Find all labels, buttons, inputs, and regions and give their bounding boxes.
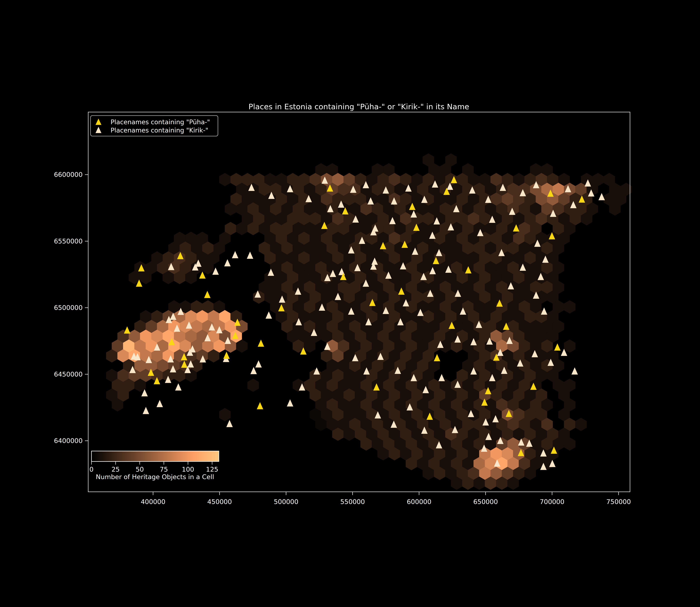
figure: Places in Estonia containing "Püha-" or … (0, 0, 700, 607)
colorbar-bar (91, 451, 219, 461)
kirik-marker-icon (175, 383, 181, 391)
svg-text:100: 100 (182, 466, 194, 473)
svg-text:6600000: 6600000 (54, 171, 83, 179)
svg-text:600000: 600000 (407, 498, 431, 505)
hexbin-cell (564, 340, 575, 353)
kirik-marker-icon (438, 374, 445, 381)
kirik-marker-icon (265, 311, 272, 319)
puha-marker-icon (434, 354, 440, 361)
puha-marker-icon (223, 352, 229, 359)
svg-text:750000: 750000 (606, 498, 631, 505)
puha-marker-icon (199, 271, 206, 278)
svg-text:25: 25 (112, 466, 120, 473)
kirik-marker-icon (232, 251, 238, 258)
kirik-marker-icon (226, 420, 233, 427)
colorbar-label: Number of Heritage Objects in a Cell (96, 473, 214, 481)
svg-text:700000: 700000 (540, 498, 564, 505)
kirik-marker-icon (250, 367, 257, 374)
colorbar: 0255075100125 Number of Heritage Objects… (89, 451, 219, 481)
svg-text:50: 50 (136, 466, 144, 473)
kirik-marker-icon (571, 367, 578, 375)
legend: Placenames containing "Püha-" Placenames… (90, 116, 218, 136)
hexbin-cell (564, 300, 575, 313)
puha-marker-icon (204, 291, 211, 298)
colorbar-ticks: 0255075100125 (89, 461, 218, 473)
puha-marker-icon (257, 402, 263, 409)
puha-marker-icon (124, 327, 130, 334)
svg-text:6500000: 6500000 (54, 304, 83, 311)
svg-text:125: 125 (206, 466, 218, 473)
svg-text:6400000: 6400000 (54, 437, 83, 444)
svg-text:6550000: 6550000 (54, 237, 83, 245)
svg-text:0: 0 (89, 466, 93, 473)
svg-text:550000: 550000 (340, 498, 365, 505)
svg-text:6450000: 6450000 (54, 371, 83, 378)
hexbin-cell (219, 173, 231, 186)
svg-text:75: 75 (160, 466, 168, 473)
puha-marker-icon (258, 340, 264, 347)
kirik-marker-icon (287, 399, 293, 406)
hexbin-cell (247, 379, 259, 392)
svg-text:650000: 650000 (473, 498, 498, 505)
kirik-marker-icon (143, 407, 149, 414)
chart-title: Places in Estonia containing "Püha-" or … (248, 102, 469, 111)
kirik-marker-icon (247, 252, 253, 259)
kirik-marker-icon (255, 360, 262, 368)
svg-text:450000: 450000 (207, 498, 232, 505)
hexbin-cell (219, 408, 231, 421)
kirik-marker-icon (224, 259, 231, 266)
legend-label-kirik: Placenames containing "Kirik-" (111, 127, 208, 134)
hexbin-cell (575, 418, 587, 431)
svg-text:500000: 500000 (274, 498, 298, 505)
svg-text:400000: 400000 (141, 498, 166, 505)
kirik-marker-icon (156, 400, 163, 407)
legend-label-puha: Placenames containing "Püha-" (111, 118, 210, 126)
puha-marker-icon (554, 343, 561, 351)
